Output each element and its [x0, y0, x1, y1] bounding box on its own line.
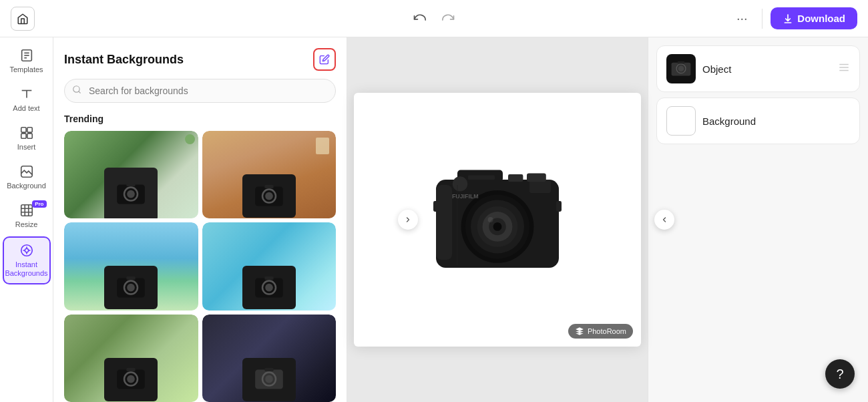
bg-preview-dark-fabric	[202, 315, 337, 402]
svg-rect-58	[527, 173, 546, 182]
background-icon	[19, 164, 34, 179]
svg-rect-59	[508, 174, 523, 182]
svg-point-12	[21, 245, 32, 256]
svg-point-38	[265, 375, 273, 383]
bg-preview-baby-blue	[202, 222, 337, 310]
svg-rect-11	[21, 205, 32, 216]
svg-line-15	[79, 91, 81, 93]
scroll-left-button[interactable]	[654, 210, 674, 230]
bg-preview-plants	[64, 315, 198, 402]
text-icon	[19, 87, 34, 102]
panel-header: Instant Backgrounds	[53, 37, 347, 79]
svg-rect-56	[436, 185, 452, 260]
list-item[interactable]: Dark fabric	[202, 315, 337, 402]
object-label: Object	[702, 63, 831, 75]
download-button[interactable]: Download	[771, 7, 857, 29]
background-section[interactable]: Background	[656, 97, 860, 144]
insert-icon	[19, 126, 34, 140]
search-bar	[64, 79, 336, 103]
svg-rect-39	[264, 368, 273, 371]
canvas-area: FUJIFILM PhotoRoom	[347, 37, 648, 402]
bg-preview-christmas	[64, 131, 198, 218]
svg-point-64	[678, 65, 684, 71]
svg-point-13	[25, 248, 29, 252]
top-bar-center	[409, 8, 459, 29]
redo-button[interactable]	[438, 8, 459, 29]
help-button[interactable]: ?	[825, 359, 855, 389]
home-button[interactable]	[11, 7, 35, 31]
sidebar-item-add-text[interactable]: Add text	[3, 81, 51, 118]
watermark-icon	[575, 327, 584, 336]
svg-rect-60	[433, 201, 439, 212]
object-thumbnail	[666, 54, 696, 83]
top-bar-left	[11, 7, 35, 31]
undo-button[interactable]	[409, 8, 430, 29]
bg-preview-beach	[64, 222, 198, 310]
sidebar-item-insert[interactable]: Insert	[3, 120, 51, 156]
svg-point-52	[453, 176, 467, 191]
more-options-button[interactable]: ···	[730, 7, 754, 31]
svg-text:FUJIFILM: FUJIFILM	[452, 193, 479, 200]
object-menu-icon[interactable]	[838, 61, 850, 77]
search-icon	[72, 85, 81, 97]
svg-rect-23	[264, 184, 273, 188]
svg-rect-31	[264, 276, 273, 280]
search-input[interactable]	[64, 79, 336, 103]
svg-point-22	[265, 192, 273, 200]
svg-point-30	[265, 284, 273, 292]
watermark: PhotoRoom	[568, 324, 633, 339]
svg-rect-7	[27, 128, 31, 132]
svg-point-18	[127, 190, 135, 198]
pencil-icon	[319, 54, 330, 65]
top-bar: ··· Download	[0, 0, 868, 37]
sidebar-item-templates[interactable]: Templates	[3, 43, 51, 79]
svg-point-34	[127, 375, 135, 383]
svg-point-48	[488, 217, 493, 222]
download-icon	[783, 13, 793, 24]
list-item[interactable]: Light wood countertop	[202, 131, 337, 218]
bg-preview-wood	[202, 131, 337, 218]
list-item[interactable]: Outdoor Christmas tree	[64, 131, 198, 218]
list-item[interactable]: Beach	[64, 222, 198, 310]
top-bar-right: ··· Download	[730, 7, 857, 31]
instant-bg-icon	[19, 243, 34, 258]
divider	[762, 9, 763, 29]
svg-rect-6	[21, 128, 25, 132]
svg-rect-65	[678, 61, 685, 63]
svg-rect-9	[27, 134, 31, 138]
object-section: Object	[656, 45, 860, 92]
canvas-frame: FUJIFILM PhotoRoom	[354, 93, 641, 347]
left-sidebar: Templates Add text Insert	[0, 37, 53, 402]
background-label: Background	[702, 116, 850, 127]
sidebar-item-background[interactable]: Background	[3, 159, 51, 195]
svg-point-26	[127, 284, 135, 292]
background-thumbnail	[666, 106, 696, 136]
svg-rect-35	[127, 368, 136, 371]
svg-rect-8	[21, 134, 25, 138]
list-item[interactable]: Succulent plants	[64, 315, 198, 402]
svg-rect-19	[127, 183, 136, 186]
sidebar-item-resize[interactable]: Pro Resize	[3, 198, 51, 234]
svg-rect-54	[468, 176, 495, 180]
svg-point-47	[493, 222, 502, 231]
edit-button[interactable]	[313, 48, 336, 71]
backgrounds-panel: Instant Backgrounds Trending	[53, 37, 347, 402]
scroll-right-button[interactable]	[398, 210, 418, 230]
file-icon	[19, 48, 34, 63]
sidebar-item-instant-backgrounds[interactable]: Instant Backgrounds	[3, 236, 51, 284]
product-image: FUJIFILM	[404, 146, 591, 293]
trending-label: Trending	[53, 111, 347, 131]
panel-title: Instant Backgrounds	[64, 53, 184, 67]
svg-rect-27	[127, 276, 136, 280]
main-area: Templates Add text Insert	[0, 37, 868, 402]
svg-rect-61	[556, 201, 562, 212]
list-item[interactable]: Surface baby blue	[202, 222, 337, 310]
pro-badge: Pro	[32, 200, 46, 208]
right-panel: Object Background	[648, 37, 868, 402]
backgrounds-grid: Outdoor Christmas tree Light wood	[53, 131, 347, 402]
